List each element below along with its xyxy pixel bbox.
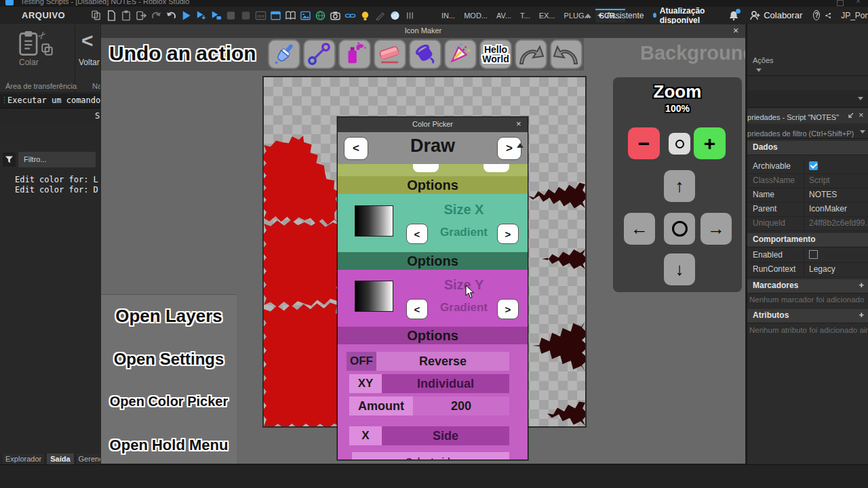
open-color-picker-button[interactable]: Open Color Picker xyxy=(102,394,235,409)
section-atributos[interactable]: Atributos + xyxy=(747,309,868,323)
individual-button[interactable]: Individual xyxy=(382,374,509,393)
actions-caret-icon[interactable] xyxy=(756,68,762,72)
image-icon[interactable] xyxy=(300,9,311,22)
ribbon-tab-0[interactable]: IN... xyxy=(437,9,459,22)
bulb-icon[interactable] xyxy=(359,9,371,22)
redo-button[interactable] xyxy=(515,39,547,69)
popout-icon[interactable] xyxy=(846,113,854,120)
options-button[interactable]: Options xyxy=(338,176,528,194)
open-settings-button[interactable]: Open Settings xyxy=(102,350,235,369)
undo-icon[interactable] xyxy=(165,9,177,22)
globe-icon[interactable] xyxy=(315,9,326,22)
icon-maker-titlebar[interactable]: Icon Maker × xyxy=(101,24,745,38)
size-y-gradient-preview[interactable] xyxy=(355,281,393,312)
sphere-icon[interactable] xyxy=(389,9,401,22)
pan-right-button[interactable]: → xyxy=(701,213,732,245)
share-icon[interactable] xyxy=(825,11,831,20)
property-value[interactable]: Legacy xyxy=(809,264,835,274)
book-icon[interactable] xyxy=(285,9,296,22)
open-hold-menu-button[interactable]: Open Hold Menu xyxy=(102,436,235,454)
property-value[interactable]: IconMaker xyxy=(809,204,847,214)
ribbon-tab-1[interactable]: MOD... xyxy=(460,9,492,22)
properties-filter[interactable]: Propriedades de filtro (Ctrl+Shift+P) xyxy=(747,125,868,139)
add-tag-button[interactable]: + xyxy=(859,280,864,290)
back-chevron-icon[interactable]: < xyxy=(81,29,94,52)
side-button[interactable]: Side xyxy=(382,426,509,445)
partial-button[interactable] xyxy=(484,164,509,172)
add-attribute-button[interactable]: + xyxy=(859,310,864,320)
tab-output[interactable]: Saída xyxy=(47,453,73,464)
filter-caret-icon[interactable] xyxy=(860,130,865,134)
command-bar-input[interactable]: Executar um comando xyxy=(7,96,100,105)
play-here-icon[interactable] xyxy=(195,9,207,22)
paste-icon[interactable] xyxy=(121,9,132,22)
side-toggle-state[interactable]: X xyxy=(349,426,382,445)
close-icon[interactable]: × xyxy=(733,25,738,36)
gui-icon[interactable]: GUI xyxy=(255,9,267,22)
size-x-next-button[interactable]: > xyxy=(497,224,519,244)
ribbon-tab-3[interactable]: T... xyxy=(516,9,534,22)
play-record-icon[interactable] xyxy=(210,9,222,22)
pause-icon[interactable] xyxy=(240,9,252,22)
ribbon-tab-4[interactable]: EX... xyxy=(535,9,559,22)
size-y-next-button[interactable]: > xyxy=(497,299,519,319)
link-icon[interactable] xyxy=(344,9,356,22)
line-tool-button[interactable] xyxy=(303,39,336,69)
eraser-tool-button[interactable] xyxy=(374,39,406,69)
stop-icon[interactable] xyxy=(225,9,237,22)
duplicate-icon[interactable] xyxy=(41,43,54,56)
close-icon[interactable]: × xyxy=(516,119,521,129)
zoom-out-button[interactable]: − xyxy=(628,127,660,159)
close-icon[interactable]: × xyxy=(856,0,861,6)
back-button-label[interactable]: Voltar xyxy=(79,58,100,67)
section-dados[interactable]: Dados xyxy=(747,141,868,155)
command-bar[interactable]: ⋮ Executar um comando xyxy=(0,94,100,108)
notifications-bell-icon[interactable] xyxy=(728,9,739,22)
pan-up-button[interactable]: ↑ xyxy=(664,170,695,202)
individual-toggle-state[interactable]: XY xyxy=(349,374,382,393)
pan-left-button[interactable]: ← xyxy=(624,213,655,245)
help-icon[interactable]: ? xyxy=(813,10,820,20)
collaborate-button[interactable]: Colaborar xyxy=(750,10,802,21)
hello-world-button[interactable]: Hello World xyxy=(479,39,512,69)
file-menu[interactable]: ARQUIVO xyxy=(22,10,65,20)
paste-button-label[interactable]: Colar xyxy=(19,58,39,67)
collapse-ribbon-icon[interactable] xyxy=(585,14,591,18)
color-picker-titlebar[interactable]: Color Picker × xyxy=(338,117,528,132)
pan-center-button[interactable] xyxy=(664,213,695,245)
next-page-button[interactable]: > xyxy=(497,137,521,160)
fill-bucket-tool-button[interactable] xyxy=(409,39,441,69)
account-name[interactable]: JP_Pontes xyxy=(841,11,868,20)
select-side-button[interactable]: Select side xyxy=(352,452,509,460)
section-comportamento[interactable]: Comportamento xyxy=(747,233,868,247)
maximize-icon[interactable] xyxy=(837,0,844,6)
options-button[interactable]: Options xyxy=(338,327,528,344)
confetti-tool-button[interactable] xyxy=(444,39,477,69)
camera-icon[interactable] xyxy=(330,9,341,22)
filter-funnel-button[interactable] xyxy=(3,152,16,167)
options-button[interactable]: Options xyxy=(338,252,528,270)
close-icon[interactable]: × xyxy=(859,110,864,120)
assistant-button[interactable]: ✦ Assistente xyxy=(597,11,644,20)
copy-icon[interactable] xyxy=(91,9,102,22)
reverse-button[interactable]: Reverse xyxy=(376,352,509,371)
redo-icon[interactable] xyxy=(151,9,162,22)
zoom-in-button[interactable]: + xyxy=(694,127,726,159)
pen-icon[interactable] xyxy=(374,9,386,22)
enabled-checkbox[interactable] xyxy=(809,250,818,259)
update-available[interactable]: Atualização disponível xyxy=(653,6,713,25)
filter-input[interactable]: Filtro... xyxy=(18,152,96,167)
window-icon[interactable] xyxy=(270,9,281,22)
size-x-gradient-preview[interactable] xyxy=(355,205,393,237)
property-value[interactable]: NOTES xyxy=(809,190,837,199)
spray-tool-button[interactable] xyxy=(338,39,371,69)
reverse-toggle-state[interactable]: OFF xyxy=(347,352,376,371)
new-document-icon[interactable] xyxy=(106,9,117,22)
open-layers-button[interactable]: Open Layers xyxy=(102,306,235,327)
columns-icon[interactable] xyxy=(404,9,416,22)
tab-explorer[interactable]: Explorador xyxy=(3,453,44,464)
tab-manage[interactable]: Gerencia xyxy=(77,453,100,464)
zoom-reset-button[interactable] xyxy=(669,133,690,155)
ribbon-tab-2[interactable]: AV... xyxy=(492,9,515,22)
actions-ribbon-label[interactable]: Ações xyxy=(753,56,774,64)
